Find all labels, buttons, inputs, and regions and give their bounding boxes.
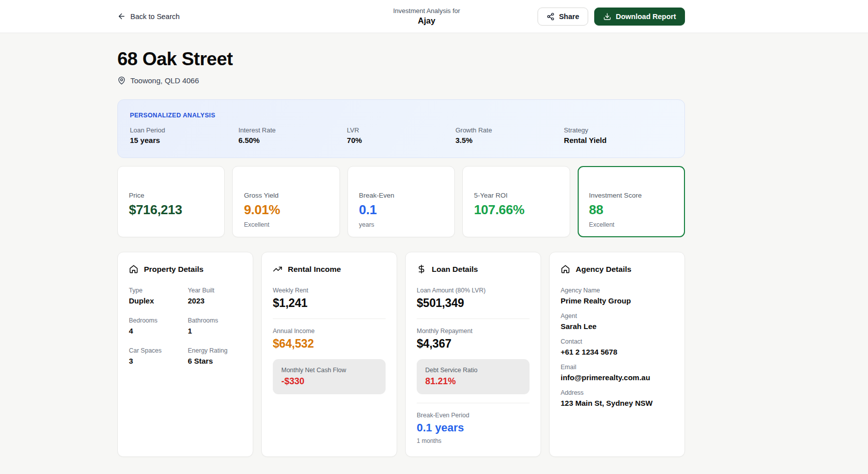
monthly-repayment-value: $4,367 [417,337,530,351]
stat-value: 88 [589,202,673,218]
field-value: 4 [129,327,183,335]
stat-sub-label [474,221,558,229]
weekly-rent-label: Weekly Rent [273,287,386,294]
banner-item-value: 15 years [130,136,238,144]
loan-details-title-row: Loan Details [417,264,530,274]
loan-details-title: Loan Details [432,265,478,274]
download-report-label: Download Report [616,13,676,21]
monthly-repayment-label: Monthly Repayment [417,328,530,335]
banner-item-growth-rate: Growth Rate 3.5% [455,126,564,144]
detail-cards-row: Property Details Type Duplex Year Built … [117,252,685,457]
divider [417,403,530,403]
annual-income-label: Annual Income [273,328,386,335]
cash-flow-value: -$330 [281,376,377,387]
rental-income-title: Rental Income [288,265,341,274]
field-bedrooms: Bedrooms 4 [129,317,183,335]
field-agent: Agent Sarah Lee [561,312,673,331]
share-label: Share [559,13,579,21]
field-label: Bedrooms [129,317,183,324]
stat-sub-label: Excellent [589,221,673,229]
field-value: Duplex [129,296,183,305]
banner-item-interest-rate: Interest Rate 6.50% [238,126,346,144]
field-label: Bathrooms [188,317,242,324]
loan-amount-value: $501,349 [417,296,530,310]
field-label: Car Spaces [129,347,183,354]
banner-item-value: Rental Yield [564,136,672,144]
stat-label: Break-Even [359,192,443,199]
weekly-rent-group: Weekly Rent $1,241 [273,287,386,310]
stat-cards-row: Price $716,213 Gross Yield 9.01% Excelle… [117,166,685,237]
banner-item-strategy: Strategy Rental Yield [564,126,672,144]
field-label: Year Built [188,287,242,294]
break-even-months-label: 1 months [417,437,530,444]
property-details-title: Property Details [144,265,204,274]
field-value: 1 [188,327,242,335]
stat-sub-label: Excellent [244,221,328,229]
banner-item-label: Strategy [564,126,672,134]
field-value: 3 [129,357,183,365]
property-address-title: 68 Oak Street [117,49,685,70]
annual-income-group: Annual Income $64,532 [273,328,386,351]
field-email: Email info@primerealty.com.au [561,364,673,382]
banner-item-label: Loan Period [130,126,238,134]
stat-sub-label: years [359,221,443,229]
field-label: Energy Rating [188,347,242,354]
property-details-title-row: Property Details [129,264,242,274]
property-details-fields: Type Duplex Year Built 2023 Bedrooms 4 B… [129,287,242,365]
monthly-repayment-group: Monthly Repayment $4,367 [417,328,530,351]
field-year-built: Year Built 2023 [188,287,242,305]
stat-card-5-year-roi: 5-Year ROI 107.66% [462,166,570,237]
banner-item-value: 70% [347,136,455,144]
field-label: Contact [561,338,673,345]
stat-card-investment-score: Investment Score 88 Excellent [578,166,685,237]
loan-details-card: Loan Details Loan Amount (80% LVR) $501,… [405,252,541,457]
field-label: Address [561,389,673,396]
banner-item-label: LVR [347,126,455,134]
stat-value: 107.66% [474,202,558,218]
divider [417,319,530,319]
property-details-card: Property Details Type Duplex Year Built … [117,252,253,457]
back-to-search-button[interactable]: Back to Search [117,12,180,21]
field-value: 2023 [188,296,242,305]
property-location: Toowong, QLD 4066 [117,76,685,85]
stat-value: 0.1 [359,202,443,218]
stat-value: 9.01% [244,202,328,218]
share-button[interactable]: Share [538,8,588,26]
banner-title: PERSONALIZED ANALYSIS [130,112,672,119]
rental-income-card: Rental Income Weekly Rent $1,241 Annual … [261,252,397,457]
personalized-analysis-banner: PERSONALIZED ANALYSIS Loan Period 15 yea… [117,99,685,158]
download-report-button[interactable]: Download Report [594,8,685,26]
break-even-period-value: 0.1 years [417,421,530,434]
banner-item-loan-period: Loan Period 15 years [130,126,238,144]
field-contact: Contact +61 2 1234 5678 [561,338,673,356]
field-value: Sarah Lee [561,322,673,331]
loan-amount-group: Loan Amount (80% LVR) $501,349 [417,287,530,310]
stat-card-gross-yield: Gross Yield 9.01% Excellent [232,166,339,237]
break-even-period-group: Break-Even Period 0.1 years 1 months [417,412,530,444]
header-actions: Share Download Report [538,8,685,26]
stat-label: Investment Score [589,192,673,199]
stat-value: $716,213 [129,202,213,218]
break-even-period-label: Break-Even Period [417,412,530,419]
home-icon [129,264,138,274]
trending-up-icon [273,264,282,274]
top-bar: Back to Search Investment Analysis for A… [0,0,868,33]
field-label: Email [561,364,673,371]
banner-item-value: 6.50% [238,136,346,144]
rental-income-title-row: Rental Income [273,264,386,274]
stat-card-break-even: Break-Even 0.1 years [348,166,455,237]
field-value: info@primerealty.com.au [561,373,673,382]
weekly-rent-value: $1,241 [273,296,386,310]
divider [273,319,386,319]
field-agency-name: Agency Name Prime Realty Group [561,287,673,305]
debt-service-ratio-label: Debt Service Ratio [425,367,521,374]
stat-label: Gross Yield [244,192,328,199]
debt-service-ratio-box: Debt Service Ratio 81.21% [417,359,530,394]
arrow-left-icon [117,12,126,21]
banner-item-value: 3.5% [455,136,564,144]
download-icon [603,13,611,21]
agency-details-title-row: Agency Details [561,264,673,274]
debt-service-ratio-value: 81.21% [425,376,521,387]
building-icon [561,264,570,274]
main-content: 68 Oak Street Toowong, QLD 4066 PERSONAL… [117,33,685,457]
